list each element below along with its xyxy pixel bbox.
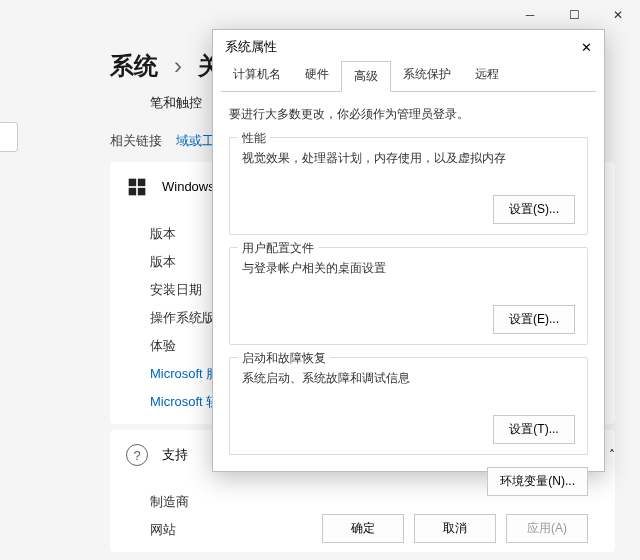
- dialog-tabs: 计算机名 硬件 高级 系统保护 远程: [213, 60, 604, 91]
- breadcrumb-system[interactable]: 系统: [110, 50, 158, 82]
- svg-rect-2: [129, 188, 137, 196]
- system-properties-dialog: 系统属性 ✕ 计算机名 硬件 高级 系统保护 远程 要进行大多数更改，你必须作为…: [212, 29, 605, 472]
- performance-settings-button[interactable]: 设置(S)...: [493, 195, 575, 224]
- domain-workgroup-link[interactable]: 域或工: [176, 133, 215, 148]
- breadcrumb: 系统 › 关: [110, 50, 222, 82]
- support-label: 支持: [162, 446, 188, 464]
- group-performance: 性能 视觉效果，处理器计划，内存使用，以及虚拟内存 设置(S)...: [229, 137, 588, 235]
- window-minimize-button[interactable]: ─: [508, 0, 552, 30]
- svg-rect-0: [129, 179, 137, 187]
- ok-button[interactable]: 确定: [322, 514, 404, 543]
- tab-computer-name[interactable]: 计算机名: [221, 60, 293, 91]
- tab-system-protection[interactable]: 系统保护: [391, 60, 463, 91]
- group-startup-recovery: 启动和故障恢复 系统启动、系统故障和调试信息 设置(T)...: [229, 357, 588, 455]
- question-circle-icon: ?: [126, 444, 148, 466]
- search-input[interactable]: [0, 122, 18, 152]
- group-title-performance: 性能: [238, 130, 270, 147]
- tab-advanced[interactable]: 高级: [341, 61, 391, 92]
- windows-icon: [126, 176, 148, 198]
- chevron-right-icon: ›: [174, 52, 182, 80]
- user-profiles-desc: 与登录帐户相关的桌面设置: [242, 260, 575, 277]
- user-profiles-settings-button[interactable]: 设置(E)...: [493, 305, 575, 334]
- group-title-startup-recovery: 启动和故障恢复: [238, 350, 330, 367]
- svg-rect-3: [138, 188, 146, 196]
- group-user-profiles: 用户配置文件 与登录帐户相关的桌面设置 设置(E)...: [229, 247, 588, 345]
- svg-rect-1: [138, 179, 146, 187]
- dialog-title: 系统属性: [225, 38, 277, 56]
- admin-note: 要进行大多数更改，你必须作为管理员登录。: [229, 106, 588, 123]
- close-icon[interactable]: ✕: [578, 39, 594, 55]
- tab-hardware[interactable]: 硬件: [293, 60, 341, 91]
- cancel-button[interactable]: 取消: [414, 514, 496, 543]
- environment-variables-button[interactable]: 环境变量(N)...: [487, 467, 588, 496]
- window-close-button[interactable]: ✕: [596, 0, 640, 30]
- apply-button: 应用(A): [506, 514, 588, 543]
- performance-desc: 视觉效果，处理器计划，内存使用，以及虚拟内存: [242, 150, 575, 167]
- startup-recovery-settings-button[interactable]: 设置(T)...: [493, 415, 575, 444]
- tab-remote[interactable]: 远程: [463, 60, 511, 91]
- startup-recovery-desc: 系统启动、系统故障和调试信息: [242, 370, 575, 387]
- group-title-user-profiles: 用户配置文件: [238, 240, 318, 257]
- chevron-up-icon: ˄: [609, 448, 615, 462]
- window-maximize-button[interactable]: ☐: [552, 0, 596, 30]
